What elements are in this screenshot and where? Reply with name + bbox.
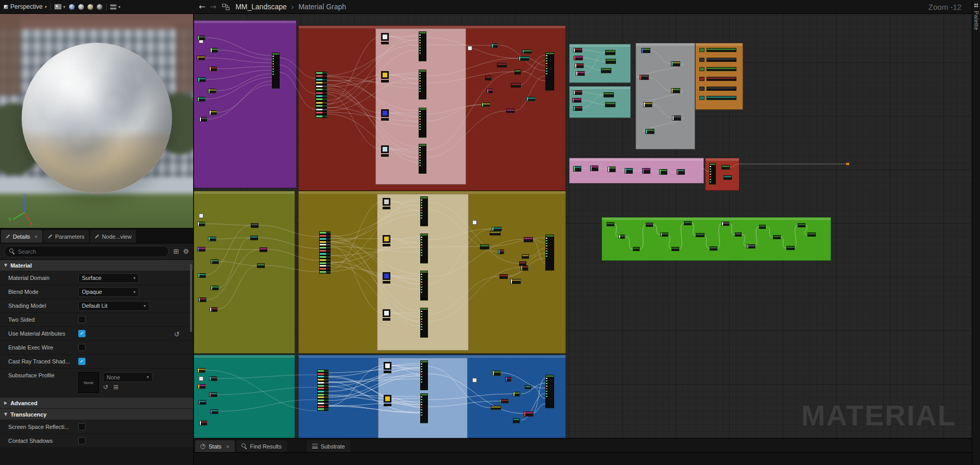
parameter-node[interactable] xyxy=(209,110,217,115)
preview-sphere[interactable] xyxy=(22,43,172,193)
graph-node[interactable] xyxy=(659,169,667,175)
graph-node[interactable] xyxy=(524,237,533,242)
output-node[interactable] xyxy=(545,375,554,408)
graph-node[interactable] xyxy=(660,232,668,237)
section-translucency[interactable]: ▼Translucency xyxy=(0,409,193,420)
graph-node[interactable] xyxy=(604,92,614,97)
parameter-node[interactable] xyxy=(209,376,217,381)
parameter-chip-node[interactable] xyxy=(699,67,704,71)
parameter-node[interactable] xyxy=(210,307,218,312)
graph-node[interactable] xyxy=(513,418,520,423)
function-call-node[interactable] xyxy=(420,234,428,263)
graph-node[interactable] xyxy=(643,102,652,107)
section-advanced[interactable]: ▶Advanced xyxy=(0,397,193,409)
blend-mode-dropdown[interactable]: Opaque▾ xyxy=(78,287,139,297)
graph-node[interactable] xyxy=(798,223,805,227)
function-call-node[interactable] xyxy=(272,53,280,89)
perspective-dropdown[interactable]: Perspective ▾ xyxy=(4,3,47,10)
close-icon[interactable]: × xyxy=(35,234,38,240)
parameter-node[interactable] xyxy=(197,56,205,60)
graph-node[interactable] xyxy=(672,247,679,251)
graph-node[interactable] xyxy=(250,236,258,240)
function-call-node[interactable] xyxy=(420,360,428,390)
graph-node[interactable] xyxy=(480,244,489,250)
graph-node[interactable] xyxy=(747,244,755,248)
parameter-node[interactable] xyxy=(199,421,208,425)
texture-sample-body[interactable] xyxy=(381,42,389,44)
parameter-group-node[interactable] xyxy=(709,163,716,185)
graph-node[interactable] xyxy=(522,49,532,54)
cast-ray-traced-shad-checkbox[interactable]: ✓ xyxy=(78,358,85,365)
panel-tab-details[interactable]: Details× xyxy=(1,230,42,243)
graph-node[interactable] xyxy=(625,168,633,174)
parameter-node[interactable] xyxy=(197,97,205,102)
details-scrollbar[interactable] xyxy=(190,264,192,332)
graph-node[interactable] xyxy=(510,279,521,284)
texture-sample-node[interactable] xyxy=(382,72,388,78)
texture-sample-node[interactable] xyxy=(382,110,388,117)
parameter-node[interactable] xyxy=(208,237,216,241)
graph-node[interactable] xyxy=(696,233,704,237)
graph-node[interactable] xyxy=(707,48,736,52)
graph-node[interactable] xyxy=(487,89,493,93)
texture-sample-body[interactable] xyxy=(383,244,390,246)
graph-node[interactable] xyxy=(724,175,732,180)
parameter-node[interactable] xyxy=(198,384,206,389)
parameter-node[interactable] xyxy=(198,297,207,302)
material-preview-viewport[interactable]: Z Y X xyxy=(0,14,193,228)
texture-sample-node[interactable] xyxy=(383,236,390,242)
parameter-chip-node[interactable] xyxy=(699,58,704,62)
graph-node[interactable] xyxy=(492,227,502,231)
enable-exec-wire-checkbox[interactable] xyxy=(78,344,85,351)
use-material-attributes-checkbox[interactable]: ✓ xyxy=(78,330,85,337)
graph-node[interactable] xyxy=(260,247,267,252)
graph-node[interactable] xyxy=(575,63,584,68)
parameter-chip-node[interactable] xyxy=(699,87,704,91)
material-graph-canvas[interactable]: MATERIAL xyxy=(194,14,972,438)
output-node[interactable] xyxy=(545,235,554,271)
search-input[interactable] xyxy=(18,248,164,255)
texture-sample-body[interactable] xyxy=(384,371,391,373)
graph-node[interactable] xyxy=(721,222,730,226)
breadcrumb-item-graph[interactable]: Material Graph xyxy=(298,3,346,11)
graph-node[interactable] xyxy=(707,77,736,81)
graph-node[interactable] xyxy=(505,377,511,381)
browse-asset-icon[interactable]: ⊞ xyxy=(113,384,118,390)
parameter-node[interactable] xyxy=(197,36,205,40)
graph-node[interactable] xyxy=(497,63,507,68)
graph-node[interactable] xyxy=(684,221,692,225)
panel-tab-parameters[interactable]: Parameters xyxy=(43,230,89,243)
graph-node[interactable] xyxy=(500,274,508,279)
texture-sample-body[interactable] xyxy=(383,318,390,321)
graph-node[interactable] xyxy=(491,43,498,48)
graph-node[interactable] xyxy=(573,48,582,53)
graph-node[interactable] xyxy=(642,168,650,174)
breadcrumb-item-material[interactable]: MM_Landscape xyxy=(235,3,287,11)
function-call-node[interactable] xyxy=(419,70,426,99)
texture-sample-body[interactable] xyxy=(381,118,389,121)
parameter-chip-node[interactable] xyxy=(699,77,704,81)
display-options-icon[interactable]: ⊞ xyxy=(173,247,179,255)
subsurface-profile-dropdown[interactable]: None▾ xyxy=(103,372,152,382)
graph-node[interactable] xyxy=(576,71,585,76)
parameter-node[interactable] xyxy=(199,117,208,122)
parameter-node[interactable] xyxy=(197,247,205,252)
graph-node[interactable] xyxy=(524,411,534,417)
graph-node[interactable] xyxy=(807,232,816,237)
view-mode-dropdown[interactable]: ▾ xyxy=(55,4,65,9)
output-node[interactable] xyxy=(545,52,554,91)
graph-node[interactable] xyxy=(485,76,491,80)
reroute-hub-node[interactable] xyxy=(316,72,327,118)
graph-node[interactable] xyxy=(606,59,616,64)
preview-toggle-node[interactable] xyxy=(472,378,477,383)
preview-sphere-unlit-icon[interactable] xyxy=(78,4,84,10)
graph-node[interactable] xyxy=(511,83,521,88)
use-selected-asset-icon[interactable]: ↺ xyxy=(103,384,108,390)
graph-node[interactable] xyxy=(608,167,616,172)
parameter-chip-node[interactable] xyxy=(699,48,704,52)
graph-node[interactable] xyxy=(641,48,650,53)
graph-node[interactable] xyxy=(605,50,615,55)
reroute-hub-node[interactable] xyxy=(317,370,329,411)
graph-node[interactable] xyxy=(573,106,582,111)
graph-node[interactable] xyxy=(490,231,501,236)
